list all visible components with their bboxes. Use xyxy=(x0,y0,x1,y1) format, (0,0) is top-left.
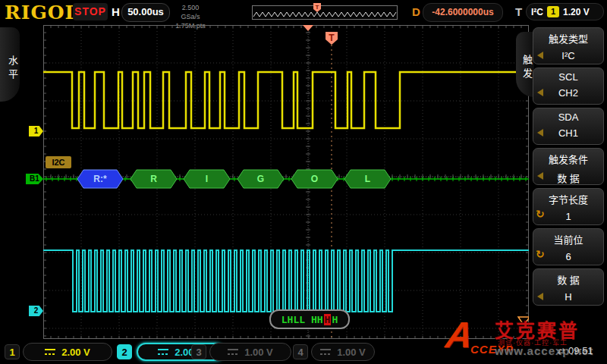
ch4-badge[interactable]: 4 xyxy=(293,344,308,359)
select-arrow-icon xyxy=(537,89,543,96)
menu-item-1[interactable]: 触发类型I²C xyxy=(533,27,604,64)
menu-item-value: CH2 xyxy=(558,87,578,99)
ch1-scale-box[interactable]: 2.00 V xyxy=(23,343,112,361)
memory-waveform-bar: T xyxy=(219,2,401,24)
decode-bubble-text: O xyxy=(311,174,318,184)
menu-item-2[interactable]: SCLCH2 xyxy=(533,67,604,105)
svg-text:T: T xyxy=(329,33,335,43)
bus1-position-marker[interactable]: B1 xyxy=(26,174,43,184)
ch3-badge[interactable]: 3 xyxy=(191,344,206,359)
pattern-cursor-bit: H xyxy=(324,314,332,325)
sample-rate: 2.500 GSa/s xyxy=(181,4,200,20)
ch1-scale: 2.00 V xyxy=(61,347,90,358)
softkey-menu: 触发类型I²CSCLCH2SDACH1触发条件数 据字节长度↻1当前位↻6数 据… xyxy=(533,27,605,309)
menu-item-label: SCL xyxy=(533,71,603,83)
delay-label: D xyxy=(412,5,420,18)
select-arrow-icon xyxy=(537,172,543,180)
usb-icon: ⇄ xyxy=(558,346,565,356)
ch1-position-marker[interactable]: 1 xyxy=(29,126,43,136)
timebase-readout: 50.00us xyxy=(121,3,170,22)
menu-item-4[interactable]: 触发条件数 据 xyxy=(533,148,604,185)
menu-item-6[interactable]: 当前位↻6 xyxy=(533,228,604,265)
horizontal-label: H xyxy=(112,5,120,18)
dc-coupling-icon xyxy=(158,349,168,355)
decode-bubble-text: G xyxy=(257,174,264,184)
menu-item-3[interactable]: SDACH1 xyxy=(533,108,604,145)
knob-icon: ↻ xyxy=(536,208,545,220)
tab-horizontal[interactable]: 水平 xyxy=(0,27,20,102)
menu-item-value: 6 xyxy=(565,251,571,262)
menu-item-label: 触发条件 xyxy=(533,152,603,166)
ch4-scale: 1.00 V xyxy=(337,347,366,358)
ch2-badge[interactable]: 2 xyxy=(117,344,132,359)
ch1-badge[interactable]: 1 xyxy=(5,344,20,359)
dc-coupling-icon xyxy=(228,349,238,355)
menu-item-5[interactable]: 字节长度↻1 xyxy=(533,188,604,225)
clock: ⇄ 09:51 xyxy=(558,345,593,356)
menu-item-value: 1 xyxy=(565,211,571,222)
header-bar: RIGOL STOP H 50.00us 2.500 GSa/s 1.75M p… xyxy=(0,0,607,24)
run-state-badge: STOP xyxy=(73,3,108,20)
menu-item-label: 数 据 xyxy=(533,272,603,287)
oscilloscope-screen: RIGOL STOP H 50.00us 2.500 GSa/s 1.75M p… xyxy=(0,0,607,364)
select-arrow-icon xyxy=(537,293,543,300)
menu-item-label: 触发类型 xyxy=(533,31,603,46)
dc-coupling-icon xyxy=(45,349,55,355)
trigger-level-readout: 1.20 V xyxy=(563,7,590,17)
select-arrow-icon xyxy=(537,52,543,59)
trigger-type-readout: I²C xyxy=(531,7,543,17)
svg-text:T: T xyxy=(316,4,319,11)
trigger-data-pattern: LHLL HHHH xyxy=(269,309,350,329)
menu-item-value: H xyxy=(565,291,571,303)
delay-readout: -42.6000000us xyxy=(423,3,503,22)
trigger-label: T xyxy=(515,5,522,18)
rigol-logo: RIGOL xyxy=(5,2,79,24)
menu-item-value: I²C xyxy=(561,50,574,61)
clock-time: 09:51 xyxy=(568,345,593,356)
menu-item-label: 字节长度 xyxy=(533,192,603,206)
decode-protocol-badge: I2C xyxy=(46,156,71,168)
waveform-display: R:*RIGOLT xyxy=(43,25,529,339)
menu-item-value: CH1 xyxy=(558,127,578,139)
knob-icon: ↻ xyxy=(536,248,545,260)
decode-bubble-text: R xyxy=(150,174,157,184)
menu-item-label: 当前位 xyxy=(533,232,603,246)
menu-item-7[interactable]: 数 据H xyxy=(533,268,604,306)
pattern-after: H xyxy=(332,314,338,325)
channel-status-bar: 12.00 V22.00 V31.00 V41.00 V xyxy=(0,340,607,364)
select-arrow-icon xyxy=(537,129,543,136)
tab-trigger[interactable]: 触发 xyxy=(516,32,534,97)
ch3-scale: 1.00 V xyxy=(244,347,273,358)
ch3-scale-box[interactable]: 1.00 V xyxy=(209,343,291,361)
ch4-scale-box[interactable]: 1.00 V xyxy=(311,343,375,361)
dc-coupling-icon xyxy=(320,349,331,355)
pattern-before: LHLL HH xyxy=(281,314,323,325)
trigger-readout: I²C 1 1.20 V xyxy=(526,3,604,20)
decode-bubble-text: L xyxy=(365,174,370,184)
trigger-source-badge: 1 xyxy=(547,6,559,17)
menu-item-label: SDA xyxy=(533,111,603,123)
ch2-position-marker[interactable]: 2 xyxy=(29,306,43,316)
menu-item-value: 数 据 xyxy=(557,173,580,184)
decode-bubble-text: I xyxy=(206,174,208,184)
decode-bubble-text: R:* xyxy=(93,174,107,184)
